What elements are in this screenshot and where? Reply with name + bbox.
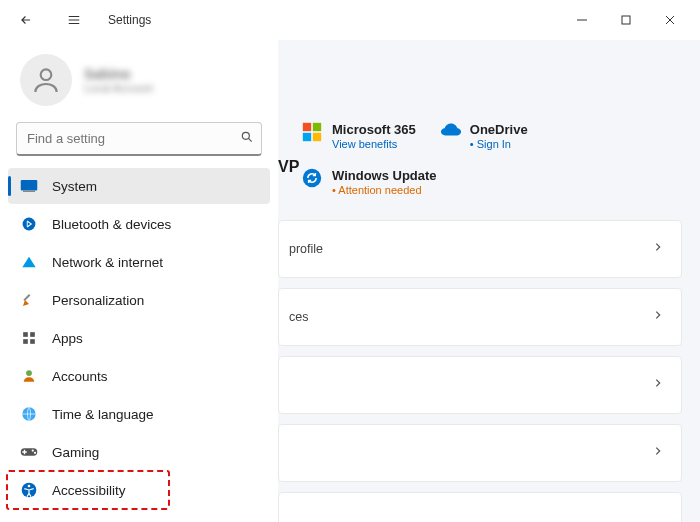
user-profile[interactable]: Sabino Local Account <box>8 44 270 116</box>
nav-label: System <box>52 179 97 194</box>
svg-rect-10 <box>30 339 35 344</box>
update-icon <box>302 168 322 188</box>
apps-icon <box>20 329 38 347</box>
user-name: Sabino <box>84 66 153 82</box>
settings-card[interactable] <box>278 356 682 414</box>
accessibility-icon <box>20 481 38 499</box>
nav-label: Personalization <box>52 293 144 308</box>
sidebar-item-personalization[interactable]: Personalization <box>8 282 270 318</box>
card-label: ces <box>289 310 308 324</box>
network-icon <box>20 253 38 271</box>
app-title: Settings <box>108 13 151 27</box>
service-sub: Sign In <box>470 138 528 150</box>
sidebar-item-time-language[interactable]: Time & language <box>8 396 270 432</box>
card-label: profile <box>289 242 323 256</box>
sidebar-item-system[interactable]: System <box>8 168 270 204</box>
service-onedrive[interactable]: OneDrive Sign In <box>440 122 528 150</box>
service-title: Microsoft 365 <box>332 122 416 137</box>
sidebar-item-apps[interactable]: Apps <box>8 320 270 356</box>
nav-list: System Bluetooth & devices Network & int… <box>8 168 270 508</box>
nav-label: Apps <box>52 331 83 346</box>
svg-rect-20 <box>303 133 311 141</box>
accounts-icon <box>20 367 38 385</box>
sidebar: Sabino Local Account System Bluetooth & … <box>0 40 278 522</box>
service-title: OneDrive <box>470 122 528 137</box>
sidebar-item-accounts[interactable]: Accounts <box>8 358 270 394</box>
service-sub: Attention needed <box>332 184 437 196</box>
svg-rect-6 <box>23 294 30 301</box>
avatar-icon <box>20 54 72 106</box>
nav-label: Time & language <box>52 407 154 422</box>
svg-rect-8 <box>30 332 35 337</box>
svg-point-11 <box>26 370 32 376</box>
heading-fragment: VP <box>278 158 299 176</box>
settings-card[interactable]: profile <box>278 220 682 278</box>
svg-rect-21 <box>313 133 321 141</box>
titlebar: Settings <box>0 0 700 40</box>
chevron-right-icon <box>653 308 663 326</box>
svg-point-17 <box>28 485 31 488</box>
minimize-button[interactable] <box>560 4 604 36</box>
settings-card[interactable] <box>278 492 682 522</box>
microsoft-icon <box>302 122 322 142</box>
nav-label: Gaming <box>52 445 99 460</box>
svg-point-15 <box>34 452 36 454</box>
service-title: Windows Update <box>332 168 437 183</box>
sidebar-item-bluetooth[interactable]: Bluetooth & devices <box>8 206 270 242</box>
cards-list: profile ces <box>278 214 700 522</box>
svg-rect-4 <box>23 191 35 193</box>
back-button[interactable] <box>8 2 44 38</box>
service-microsoft365[interactable]: Microsoft 365 View benefits <box>302 122 416 150</box>
personalization-icon <box>20 291 38 309</box>
svg-rect-7 <box>23 332 28 337</box>
search-input[interactable] <box>16 122 262 156</box>
svg-rect-9 <box>23 339 28 344</box>
chevron-right-icon <box>653 240 663 258</box>
services-row2: Windows Update Attention needed <box>278 168 700 214</box>
service-sub: View benefits <box>332 138 416 150</box>
settings-window: Settings Sabino Local Account <box>0 0 700 522</box>
bluetooth-icon <box>20 215 38 233</box>
sidebar-item-network[interactable]: Network & internet <box>8 244 270 280</box>
chevron-right-icon <box>653 444 663 462</box>
nav-label: Bluetooth & devices <box>52 217 171 232</box>
svg-point-14 <box>32 449 34 451</box>
settings-card[interactable] <box>278 424 682 482</box>
gaming-icon <box>20 443 38 461</box>
svg-rect-3 <box>21 180 38 191</box>
services-row: Microsoft 365 View benefits OneDrive Sig… <box>278 40 700 168</box>
svg-rect-18 <box>303 123 311 131</box>
svg-point-22 <box>303 169 321 187</box>
settings-card[interactable]: ces <box>278 288 682 346</box>
chevron-right-icon <box>653 376 663 394</box>
content-pane: VP Microsoft 365 View benefits OneDrive … <box>278 40 700 522</box>
maximize-button[interactable] <box>604 4 648 36</box>
main-area: Sabino Local Account System Bluetooth & … <box>0 40 700 522</box>
svg-rect-19 <box>313 123 321 131</box>
onedrive-icon <box>440 122 460 142</box>
svg-point-5 <box>23 218 36 231</box>
svg-point-1 <box>41 69 52 80</box>
sidebar-item-accessibility[interactable]: Accessibility <box>8 472 270 508</box>
system-icon <box>20 177 38 195</box>
svg-rect-0 <box>622 16 630 24</box>
hamburger-button[interactable] <box>56 2 92 38</box>
close-button[interactable] <box>648 4 692 36</box>
nav-label: Accessibility <box>52 483 126 498</box>
service-windows-update[interactable]: Windows Update Attention needed <box>302 168 437 196</box>
sidebar-item-gaming[interactable]: Gaming <box>8 434 270 470</box>
nav-label: Accounts <box>52 369 108 384</box>
time-icon <box>20 405 38 423</box>
nav-label: Network & internet <box>52 255 163 270</box>
user-sub: Local Account <box>84 82 153 94</box>
